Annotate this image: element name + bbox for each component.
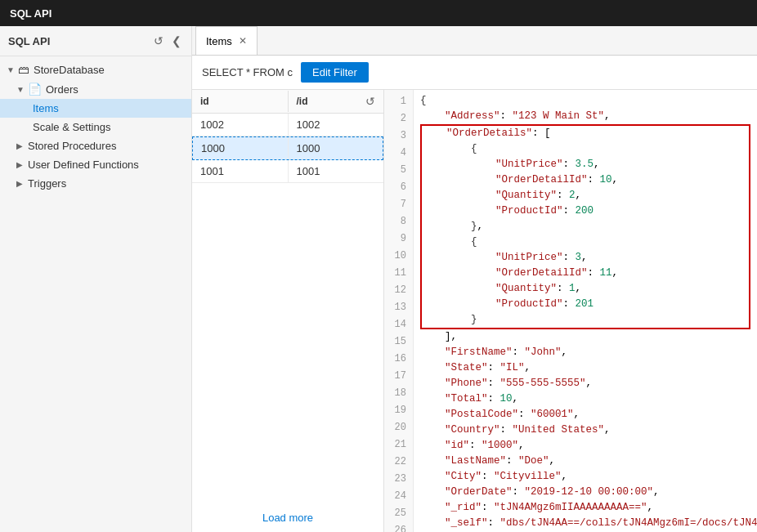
json-line: "OrderDetailId": 11, — [422, 266, 749, 281]
line-num: 10 — [384, 248, 413, 265]
json-line: } — [422, 312, 749, 328]
line-num: 22 — [384, 454, 413, 471]
sidebar-item-scale-settings[interactable]: Scale & Settings — [0, 118, 191, 136]
table-row[interactable]: 1000 1000 — [192, 136, 383, 160]
json-line: "Total": 10, — [420, 391, 750, 407]
json-line: }, — [422, 219, 749, 235]
cell-slash-id: 1002 — [289, 114, 384, 136]
json-line: "Address": "123 W Main St", — [420, 109, 750, 124]
json-line: "Quantity": 1, — [422, 281, 749, 297]
sidebar-item-triggers[interactable]: ▶ Triggers — [0, 174, 191, 193]
query-bar: SELECT * FROM c Edit Filter — [192, 56, 757, 90]
json-line: "City": "Cityville", — [420, 469, 750, 485]
load-more-section: Load more — [192, 503, 383, 532]
tab-bar: Items ✕ — [192, 26, 757, 56]
json-content: 1 2 3 4 5 6 7 8 9 10 11 12 13 — [384, 90, 757, 532]
sidebar-tree: ▼ 🗃 StoreDatabase ▼ 📄 Orders Items Scale… — [0, 56, 191, 196]
line-num: 23 — [384, 471, 413, 488]
line-num: 25 — [384, 505, 413, 522]
content-area: Items ✕ SELECT * FROM c Edit Filter id /… — [192, 26, 757, 532]
title-bar: SQL API — [0, 0, 757, 26]
sidebar-item-orders[interactable]: ▼ 📄 Orders — [0, 79, 191, 99]
cell-id: 1002 — [192, 114, 289, 136]
line-num: 1 — [384, 93, 413, 110]
line-num: 17 — [384, 368, 413, 385]
line-num: 26 — [384, 522, 413, 532]
col-header-id: id — [192, 91, 289, 112]
line-num: 6 — [384, 179, 413, 196]
json-line: "OrderDate": "2019-12-10 00:00:00", — [420, 485, 750, 500]
orders-label: Orders — [46, 83, 78, 96]
json-line: ], — [420, 329, 750, 345]
tab-close-icon[interactable]: ✕ — [239, 35, 247, 47]
sidebar-item-items[interactable]: Items — [0, 99, 191, 118]
json-line: "UnitPrice": 3.5, — [422, 157, 749, 172]
chevron-right-icon: ▶ — [16, 160, 28, 169]
edit-filter-button[interactable]: Edit Filter — [301, 62, 369, 83]
table-row[interactable]: 1002 1002 — [192, 114, 383, 136]
json-line: { — [422, 141, 749, 157]
line-num: 5 — [384, 162, 413, 179]
sidebar-header: SQL API ↺ ❮ — [0, 26, 191, 56]
cell-id: 1000 — [193, 137, 289, 159]
refresh-table-button[interactable]: ↺ — [365, 95, 375, 108]
json-line: "OrderDetails": [ — [422, 126, 749, 141]
slash-id-label: /id — [297, 96, 308, 107]
sidebar-item-udf[interactable]: ▶ User Defined Functions — [0, 155, 191, 174]
table-header: id /id ↺ — [192, 90, 383, 114]
highlight-region: "OrderDetails": [ { "UnitPrice": 3.5, "O… — [420, 124, 750, 329]
chevron-right-icon: ▶ — [16, 141, 28, 150]
json-line: "id": "1000", — [420, 438, 750, 454]
collapse-sidebar-button[interactable]: ❮ — [170, 33, 183, 49]
json-line: "_rid": "tJN4AMgz6mIIAAAAAAAAA==", — [420, 500, 750, 516]
json-line: "FirstName": "John", — [420, 345, 750, 360]
line-num: 12 — [384, 282, 413, 299]
query-text: SELECT * FROM c — [202, 66, 293, 78]
json-line: { — [420, 93, 750, 109]
line-num: 24 — [384, 488, 413, 505]
json-line: "LastName": "Doe", — [420, 454, 750, 469]
table-row[interactable]: 1001 1001 — [192, 160, 383, 183]
scale-settings-label: Scale & Settings — [33, 121, 110, 133]
line-num: 7 — [384, 196, 413, 213]
line-numbers: 1 2 3 4 5 6 7 8 9 10 11 12 13 — [384, 90, 414, 532]
database-icon: 🗃 — [18, 63, 29, 76]
line-num: 16 — [384, 351, 413, 368]
json-line: "OrderDetailId": 10, — [422, 172, 749, 188]
line-num: 20 — [384, 419, 413, 436]
sidebar-item-stored-procedures[interactable]: ▶ Stored Procedures — [0, 136, 191, 155]
split-content: id /id ↺ 1002 1002 1000 1000 — [192, 90, 757, 532]
sidebar-item-storedatabase[interactable]: ▼ 🗃 StoreDatabase — [0, 60, 191, 79]
cell-slash-id: 1001 — [289, 160, 384, 182]
udf-label: User Defined Functions — [28, 159, 139, 171]
sidebar-title: SQL API — [8, 35, 50, 47]
container-icon: 📄 — [28, 83, 42, 96]
refresh-sidebar-button[interactable]: ↺ — [152, 33, 165, 49]
line-num: 11 — [384, 265, 413, 282]
line-num: 9 — [384, 230, 413, 248]
line-num: 19 — [384, 402, 413, 419]
stored-procedures-label: Stored Procedures — [28, 140, 116, 152]
json-panel[interactable]: 1 2 3 4 5 6 7 8 9 10 11 12 13 — [384, 90, 757, 532]
json-line: "PostalCode": "60001", — [420, 407, 750, 422]
json-line: "_self": "dbs/tJN4AA==/colls/tJN4AMgz6mI… — [420, 516, 750, 531]
json-line: "ProductId": 201 — [422, 297, 749, 312]
json-code: { "Address": "123 W Main St", "OrderDeta… — [414, 90, 757, 532]
load-more-button[interactable]: Load more — [262, 512, 313, 524]
chevron-down-icon: ▼ — [7, 65, 18, 74]
json-line: "Country": "United States", — [420, 422, 750, 438]
tab-items[interactable]: Items ✕ — [195, 26, 258, 55]
line-num: 15 — [384, 333, 413, 351]
json-line: "Phone": "555-555-5555", — [420, 376, 750, 391]
items-label: Items — [33, 102, 59, 114]
json-line: { — [422, 235, 749, 250]
line-num: 21 — [384, 436, 413, 454]
json-line: "ProductId": 200 — [422, 203, 749, 219]
line-num: 13 — [384, 299, 413, 316]
sidebar: SQL API ↺ ❮ ▼ 🗃 StoreDatabase ▼ 📄 Order — [0, 26, 192, 532]
table-body: 1002 1002 1000 1000 1001 1001 — [192, 114, 383, 503]
triggers-label: Triggers — [28, 177, 66, 190]
line-num: 2 — [384, 110, 413, 127]
app-title: SQL API — [10, 7, 52, 20]
line-num: 8 — [384, 213, 413, 230]
